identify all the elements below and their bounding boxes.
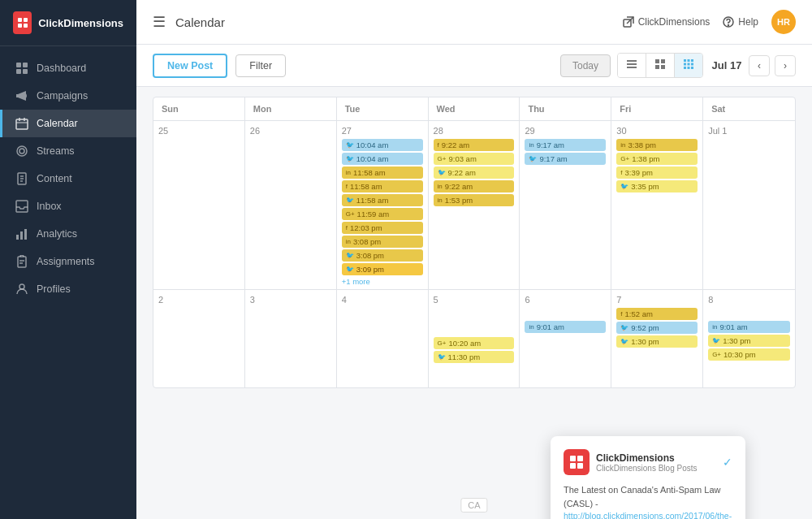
calendar-week-2: 2 3 4 5 G+ 10:20 am [153, 290, 795, 387]
event-pill[interactable]: f 3:39 pm [616, 167, 698, 179]
twitter-icon: 🐦 [346, 155, 354, 162]
user-avatar[interactable]: HR [771, 10, 796, 34]
twitter-icon-8: 🐦 [438, 353, 446, 361]
facebook-icon-3: f [438, 141, 439, 149]
svg-rect-47 [577, 456, 583, 461]
week-view-button[interactable] [646, 54, 675, 77]
cal-cell-wed-28: 28 f 9:22 am G+ 9:03 am 🐦 9:22 am in [429, 121, 520, 289]
cal-cell-wed-5: 5 G+ 10:20 am 🐦 11:30 pm [429, 290, 520, 387]
list-view-icon [626, 58, 637, 70]
event-pill[interactable]: 🐦 3:08 pm [342, 249, 423, 262]
event-pill[interactable]: 🐦 10:04 am [342, 139, 423, 151]
event-pill[interactable]: in 1:53 pm [434, 194, 515, 206]
hamburger-menu[interactable]: ☰ [153, 13, 166, 31]
cal-cell-fri-7: 7 f 1:52 am 🐦 9:52 pm 🐦 1:30 pm [611, 290, 703, 387]
facebook-icon-4: f [620, 169, 622, 176]
sidebar-item-calendar[interactable]: Calendar [0, 110, 136, 137]
event-pill[interactable]: in 9:01 am [708, 321, 790, 333]
prev-date-button[interactable]: ‹ [749, 55, 770, 76]
event-pill[interactable]: 🐦 10:04 am [342, 153, 423, 165]
event-pill[interactable]: G+ 10:20 am [434, 337, 515, 349]
event-pill[interactable]: in 9:17 am [525, 139, 606, 151]
cal-date-3: 3 [250, 295, 331, 305]
cal-date-6: 6 [525, 295, 606, 305]
day-header-sat: Sat [703, 97, 795, 120]
svg-rect-5 [23, 63, 28, 67]
cal-date-5: 5 [434, 295, 515, 305]
cal-cell-sat-jul1: Jul 1 [703, 121, 795, 289]
sidebar-item-content[interactable]: Content [0, 165, 136, 192]
event-pill[interactable]: 🐦 9:17 am [525, 153, 606, 165]
sidebar-item-campaigns[interactable]: Campaigns [0, 82, 136, 110]
day-header-tue: Tue [337, 97, 429, 120]
more-events-link[interactable]: +1 more [342, 277, 423, 286]
event-pill[interactable]: G+ 10:30 pm [708, 348, 790, 361]
calendar-grid: Sun Mon Tue Wed Thu Fri Sat 25 26 [153, 97, 796, 388]
event-pill[interactable]: 🐦 11:58 am [342, 194, 423, 206]
sidebar-item-dashboard[interactable]: Dashboard [0, 54, 136, 82]
sidebar-item-profiles[interactable]: Profiles [0, 275, 136, 303]
popup-brand-sub: ClickDimensions Blog Posts [596, 464, 698, 473]
popup-link[interactable]: http://blog.clickdimensions.com/2017/06/… [564, 510, 732, 519]
event-pill[interactable]: 🐦 11:30 pm [434, 351, 515, 363]
cal-date-27: 27 [342, 126, 423, 136]
event-pill[interactable]: f 12:03 pm [342, 222, 423, 234]
popup-body: The Latest on Canada's Anti-Spam Law (CA… [564, 483, 732, 519]
event-pill-highlight[interactable]: 🐦 3:09 pm [342, 263, 423, 275]
clickdimensions-link[interactable]: ClickDimensions [623, 16, 710, 28]
event-pill[interactable]: G+ 1:38 pm [616, 153, 698, 165]
cal-date-29: 29 [525, 126, 606, 136]
event-pill[interactable]: f 11:58 am [342, 180, 423, 192]
list-view-button[interactable] [618, 54, 646, 77]
sidebar-item-assignments[interactable]: Assignments [0, 248, 136, 275]
cal-cell-fri-30: 30 in 3:38 pm G+ 1:38 pm f 3:39 pm 🐦 [611, 121, 703, 289]
cal-date-26: 26 [250, 126, 331, 136]
svg-rect-48 [570, 463, 576, 469]
day-header-wed: Wed [429, 97, 520, 120]
svg-rect-39 [691, 59, 693, 62]
today-button[interactable]: Today [560, 54, 611, 77]
svg-point-13 [17, 146, 27, 156]
filter-button[interactable]: Filter [235, 54, 286, 77]
popup-brand: ClickDimensions ClickDimensions Blog Pos… [564, 449, 698, 475]
event-pill[interactable]: 🐦 9:22 am [434, 167, 515, 179]
sidebar-item-inbox[interactable]: Inbox [0, 192, 136, 220]
sidebar-item-streams[interactable]: Streams [0, 137, 136, 165]
event-pill[interactable]: f 9:22 am [434, 139, 515, 151]
event-popup: ClickDimensions ClickDimensions Blog Pos… [551, 436, 745, 519]
help-link[interactable]: Help [723, 16, 758, 28]
next-date-button[interactable]: › [775, 55, 796, 76]
event-pill[interactable]: in 9:22 am [434, 180, 515, 192]
event-pill[interactable]: in 3:08 pm [342, 236, 423, 248]
event-pill[interactable]: G+ 9:03 am [434, 153, 515, 165]
svg-point-29 [728, 25, 729, 26]
event-pill[interactable]: 🐦 1:30 pm [708, 335, 790, 347]
event-pill[interactable]: in 9:01 am [525, 321, 606, 333]
svg-rect-8 [16, 119, 28, 129]
google-icon: G+ [346, 210, 355, 218]
cal-date-4: 4 [342, 295, 423, 305]
cal-cell-tue-27: 27 🐦 10:04 am 🐦 10:04 am in 11:58 am [337, 121, 429, 289]
cal-date-30: 30 [616, 126, 698, 136]
event-pill[interactable]: f 1:52 am [616, 308, 698, 320]
inbox-icon [15, 200, 28, 213]
svg-rect-43 [684, 67, 686, 69]
new-post-button[interactable]: New Post [153, 54, 227, 78]
svg-rect-4 [16, 63, 21, 67]
svg-rect-22 [18, 257, 26, 267]
event-pill[interactable]: 🐦 9:52 pm [616, 322, 698, 334]
event-pill[interactable]: in 3:38 pm [616, 139, 698, 151]
week-view-icon [654, 58, 666, 70]
event-pill[interactable]: 🐦 1:30 pm [616, 335, 698, 348]
event-pill[interactable]: 🐦 3:35 pm [616, 180, 698, 192]
sidebar-item-analytics[interactable]: Analytics [0, 220, 136, 248]
event-pill[interactable]: in 11:58 am [342, 167, 423, 179]
cal-date-jul1: Jul 1 [708, 126, 790, 136]
inbox-label: Inbox [37, 201, 62, 212]
month-view-button[interactable] [675, 54, 702, 77]
streams-label: Streams [37, 145, 75, 157]
svg-rect-40 [684, 63, 686, 66]
popup-text-intro: The Latest on Canada's Anti-Spam Law (CA… [564, 483, 732, 510]
assignments-icon [15, 255, 28, 268]
event-pill[interactable]: G+ 11:59 am [342, 208, 423, 220]
